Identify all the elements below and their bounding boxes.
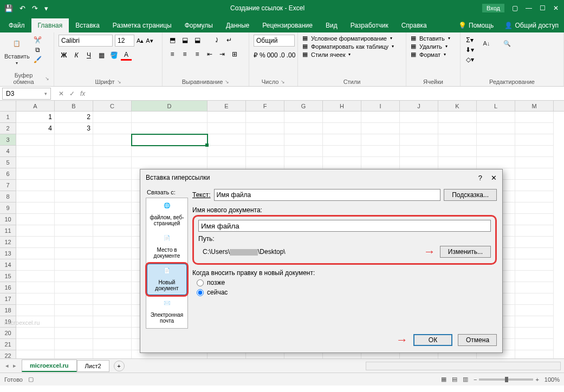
link-to-place[interactable]: 📄Место в документе — [146, 231, 187, 263]
cell[interactable] — [477, 112, 515, 123]
tab-layout[interactable]: Разметка страницы — [106, 18, 178, 32]
cell[interactable] — [93, 293, 132, 305]
cell[interactable] — [93, 134, 132, 146]
cell[interactable] — [515, 214, 554, 225]
zoom-slider[interactable]: − + — [474, 376, 539, 383]
fill-icon[interactable]: ⬇▾ — [465, 45, 475, 54]
cell[interactable] — [16, 271, 55, 282]
cell[interactable] — [515, 248, 554, 259]
change-path-button[interactable]: Изменить... — [440, 246, 491, 258]
cell[interactable] — [132, 157, 208, 168]
display-text-input[interactable] — [214, 189, 441, 201]
cell[interactable] — [16, 282, 55, 293]
cell[interactable] — [93, 112, 132, 123]
tab-file[interactable]: Файл — [2, 18, 31, 32]
view-normal-icon[interactable]: ▦ — [441, 376, 446, 383]
cell[interactable] — [477, 146, 515, 157]
cell[interactable] — [93, 214, 132, 225]
autosum-icon[interactable]: Σ▾ — [465, 36, 475, 44]
decrease-decimal-icon[interactable]: .00 — [287, 50, 296, 61]
tab-insert[interactable]: Вставка — [69, 18, 106, 32]
launcher-icon[interactable]: ↘ — [281, 79, 285, 84]
cell[interactable] — [55, 282, 93, 293]
cell[interactable] — [515, 305, 554, 316]
cell[interactable] — [284, 123, 323, 134]
cell[interactable] — [16, 248, 55, 259]
bold-button[interactable]: Ж — [59, 50, 69, 61]
name-box[interactable]: D3▾ — [2, 88, 51, 100]
conditional-formatting[interactable]: ▦Условное форматирование▾ — [302, 35, 401, 42]
undo-icon[interactable]: ↶ — [20, 4, 25, 12]
cell[interactable] — [400, 134, 438, 146]
cell[interactable] — [361, 123, 400, 134]
col-head[interactable]: L — [477, 101, 515, 111]
link-to-file[interactable]: 🌐файлом, веб-страницей — [146, 198, 187, 231]
align-left-icon[interactable]: ≡ — [167, 49, 178, 60]
cell[interactable] — [515, 123, 554, 134]
insert-cells[interactable]: ▦Вставить▾ — [411, 35, 456, 42]
row-head[interactable]: 7 — [0, 180, 16, 191]
cell[interactable] — [16, 339, 55, 350]
view-page-icon[interactable]: ▤ — [452, 376, 457, 383]
cell[interactable] — [16, 350, 55, 358]
cell[interactable] — [132, 112, 208, 123]
clear-icon[interactable]: ◇▾ — [465, 55, 475, 64]
cell[interactable] — [93, 123, 132, 134]
cell[interactable] — [93, 157, 132, 168]
align-center-icon[interactable]: ≡ — [179, 49, 190, 60]
find-select[interactable]: 🔍 — [498, 35, 516, 52]
cell[interactable] — [477, 134, 515, 146]
link-to-new-document[interactable]: 📄Новый документ — [146, 263, 187, 296]
launcher-icon[interactable]: ↘ — [45, 76, 49, 81]
cell[interactable] — [323, 157, 361, 168]
col-head[interactable]: K — [438, 101, 477, 111]
cancel-formula-icon[interactable]: ✕ — [59, 90, 64, 97]
tell-me[interactable]: 💡Помощь — [453, 18, 499, 32]
col-head[interactable]: A — [16, 101, 55, 111]
cell[interactable] — [55, 328, 93, 339]
cell[interactable] — [515, 168, 554, 180]
cell[interactable] — [55, 293, 93, 305]
cell[interactable] — [16, 146, 55, 157]
row-head[interactable]: 13 — [0, 248, 16, 259]
qat-dropdown-icon[interactable]: ▾ — [44, 4, 48, 12]
font-size-select[interactable] — [115, 35, 134, 47]
number-format-select[interactable] — [254, 35, 295, 47]
cell[interactable] — [400, 146, 438, 157]
formula-input[interactable] — [90, 88, 564, 100]
maximize-icon[interactable]: ☐ — [540, 4, 546, 12]
cell[interactable] — [361, 134, 400, 146]
font-color-icon[interactable]: A — [121, 50, 132, 61]
cell[interactable] — [515, 339, 554, 350]
cell[interactable] — [93, 168, 132, 180]
sheet-nav-prev-icon[interactable]: ◂ — [5, 362, 9, 369]
cell[interactable] — [16, 202, 55, 214]
cell[interactable] — [55, 191, 93, 202]
cell[interactable] — [93, 225, 132, 237]
cell[interactable] — [477, 157, 515, 168]
cell[interactable] — [208, 112, 246, 123]
col-head[interactable]: E — [208, 101, 246, 111]
cell[interactable] — [93, 271, 132, 282]
row-head[interactable]: 8 — [0, 191, 16, 202]
increase-decimal-icon[interactable]: .0 — [280, 50, 285, 61]
fill-color-icon[interactable]: 🪣 — [108, 50, 119, 61]
cell[interactable] — [55, 168, 93, 180]
percent-icon[interactable]: % — [260, 50, 265, 61]
cell[interactable] — [246, 134, 284, 146]
cell[interactable] — [55, 180, 93, 191]
tab-help[interactable]: Справка — [395, 18, 433, 32]
row-head[interactable]: 2 — [0, 123, 16, 134]
row-head[interactable]: 17 — [0, 293, 16, 305]
cell[interactable] — [93, 316, 132, 328]
cell[interactable] — [55, 339, 93, 350]
cell[interactable] — [55, 214, 93, 225]
cell[interactable] — [515, 146, 554, 157]
cell[interactable] — [323, 134, 361, 146]
edit-now-radio[interactable]: сейчас — [197, 289, 497, 296]
cell[interactable] — [323, 146, 361, 157]
ribbon-options-icon[interactable]: ▢ — [512, 4, 518, 12]
col-head[interactable]: I — [361, 101, 400, 111]
cell[interactable] — [323, 112, 361, 123]
cell[interactable] — [438, 123, 477, 134]
